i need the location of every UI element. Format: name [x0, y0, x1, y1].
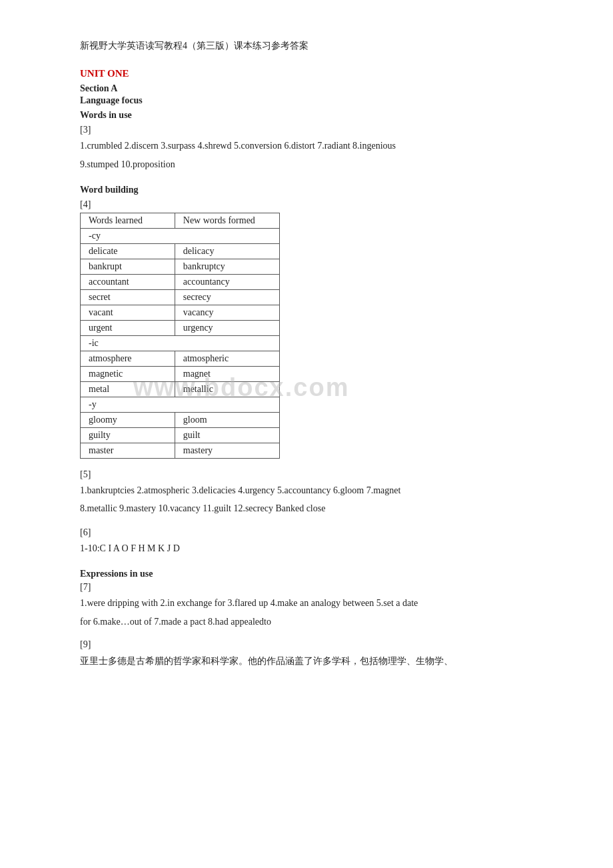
table-row: vacant vacancy — [81, 305, 280, 320]
word-learned: guilty — [81, 427, 175, 443]
table-row: magnetic magnet — [81, 366, 280, 381]
table-row: delicate delicacy — [81, 243, 280, 259]
section-a-heading: Section A — [80, 83, 533, 94]
bracket-6: [6] — [80, 527, 533, 538]
bracket-7: [7] — [80, 582, 533, 593]
word-learned: magnetic — [81, 366, 175, 381]
language-focus-heading: Language focus — [80, 95, 533, 106]
ex5-line2: 8.metallic 9.mastery 10.vacancy 11.guilt… — [80, 501, 533, 517]
word-formed: atmospheric — [175, 351, 279, 366]
word-learned: gloomy — [81, 412, 175, 427]
word-building-heading: Word building — [80, 185, 533, 195]
words-answers-line2: 9.stumped 10.proposition — [80, 157, 533, 173]
unit-title: UNIT ONE — [80, 68, 533, 79]
words-in-use-heading: Words in use — [80, 110, 533, 121]
bracket-5: [5] — [80, 469, 533, 480]
word-formed: accountancy — [175, 274, 279, 289]
table-row: -cy — [81, 228, 280, 243]
suffix-y: -y — [81, 397, 280, 412]
table-row: guilty guilt — [81, 427, 280, 443]
word-formed: vacancy — [175, 305, 279, 320]
table-col2-header: New words formed — [175, 213, 279, 228]
word-learned: accountant — [81, 274, 175, 289]
table-row: -ic — [81, 335, 280, 351]
table-col1-header: Words learned — [81, 213, 175, 228]
word-learned: metal — [81, 381, 175, 397]
table-row: secret secrecy — [81, 289, 280, 305]
ex9-chinese: 亚里士多德是古希腊的哲学家和科学家。他的作品涵盖了许多学科，包括物理学、生物学、 — [80, 653, 533, 669]
word-learned: master — [81, 443, 175, 458]
word-formed: gloom — [175, 412, 279, 427]
table-row: master mastery — [81, 443, 280, 458]
table-row: urgent urgency — [81, 320, 280, 335]
word-formed: guilt — [175, 427, 279, 443]
word-learned: delicate — [81, 243, 175, 259]
word-learned: secret — [81, 289, 175, 305]
word-learned: atmosphere — [81, 351, 175, 366]
table-row: atmosphere atmospheric — [81, 351, 280, 366]
bracket-4: [4] — [80, 199, 533, 210]
word-formed: delicacy — [175, 243, 279, 259]
words-answers-line1: 1.crumbled 2.discern 3.surpass 4.shrewd … — [80, 138, 533, 154]
word-formed: urgency — [175, 320, 279, 335]
ex7-line1: 1.were dripping with 2.in exchange for 3… — [80, 595, 533, 611]
suffix-cy: -cy — [81, 228, 280, 243]
table-row: accountant accountancy — [81, 274, 280, 289]
word-learned: vacant — [81, 305, 175, 320]
bracket-3: [3] — [80, 125, 533, 135]
word-learned: bankrupt — [81, 259, 175, 274]
table-row: metal metallic — [81, 381, 280, 397]
word-formed: secrecy — [175, 289, 279, 305]
table-row: gloomy gloom — [81, 412, 280, 427]
ex7-line2: for 6.make…out of 7.made a pact 8.had ap… — [80, 614, 533, 630]
suffix-ic: -ic — [81, 335, 280, 351]
doc-title: 新视野大学英语读写教程4（第三版）课本练习参考答案 — [80, 40, 533, 52]
table-row: -y — [81, 397, 280, 412]
word-learned: urgent — [81, 320, 175, 335]
table-row: bankrupt bankruptcy — [81, 259, 280, 274]
ex5-line1: 1.bankruptcies 2.atmospheric 3.delicacie… — [80, 483, 533, 499]
word-building-table: Words learned New words formed -cy delic… — [80, 213, 280, 459]
word-formed: bankruptcy — [175, 259, 279, 274]
bracket-9: [9] — [80, 639, 533, 650]
ex6-answer: 1-10:C I A O F H M K J D — [80, 541, 533, 557]
word-formed: mastery — [175, 443, 279, 458]
word-formed: metallic — [175, 381, 279, 397]
word-formed: magnet — [175, 366, 279, 381]
expressions-heading: Expressions in use — [80, 569, 533, 579]
